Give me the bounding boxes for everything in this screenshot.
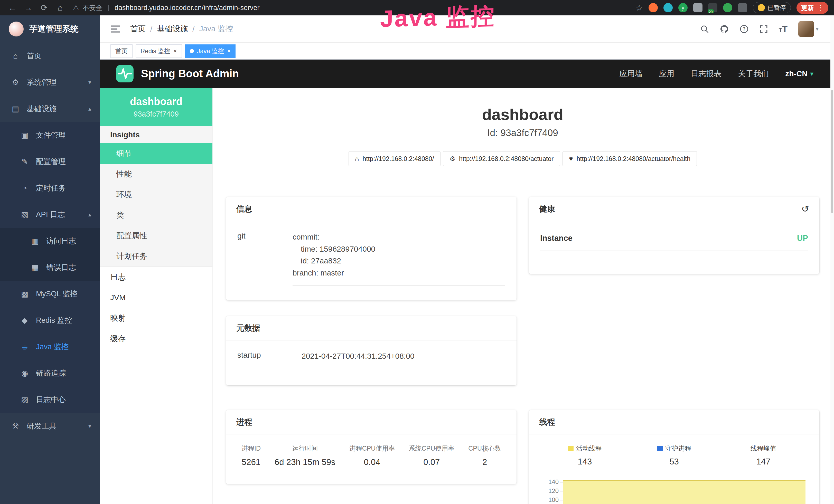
- scrollbar-track[interactable]: [830, 16, 834, 504]
- annotation-text: Java 监控: [380, 0, 496, 35]
- sidebar-item-log-center[interactable]: ▨ 日志中心: [0, 386, 100, 413]
- back-icon[interactable]: ←: [6, 3, 19, 13]
- nav-journal[interactable]: 日志报表: [691, 69, 722, 79]
- sidebar-item-label: 定时任务: [36, 183, 66, 193]
- paused-extension-badge[interactable]: 已暂停: [753, 2, 791, 13]
- menu-item-caches[interactable]: 缓存: [100, 328, 213, 349]
- tag-label: Java 监控: [197, 47, 224, 55]
- config-icon: ✎: [20, 157, 30, 166]
- gear-icon: ⚙: [10, 78, 21, 87]
- browser-home-icon[interactable]: ⌂: [53, 3, 67, 13]
- close-icon[interactable]: ×: [227, 47, 231, 55]
- health-card-title: 健康: [539, 204, 555, 214]
- java-icon: ☕: [20, 342, 30, 351]
- sidebar-item-access-log[interactable]: ▥ 访问日志: [0, 228, 100, 254]
- api-log-icon: ▧: [20, 210, 30, 219]
- access-log-icon: ▥: [30, 236, 40, 246]
- sidebar-item-system-manage[interactable]: ⚙ 系统管理 ▾: [0, 69, 100, 95]
- legend-live-threads: 活动线程 143: [540, 444, 630, 466]
- sba-main: dashboard Id: 93a3fc7f7409 ⌂ http://192.…: [213, 88, 834, 504]
- sidebar-item-cron-job[interactable]: ◔ 定时任务: [0, 175, 100, 201]
- sidebar-toggle-icon[interactable]: [111, 25, 120, 33]
- sidebar-item-error-log[interactable]: ▦ 错误日志: [0, 254, 100, 281]
- sidebar-item-file-manage[interactable]: ▣ 文件管理: [0, 122, 100, 148]
- browser-menu-icon[interactable]: ⋮: [817, 4, 824, 12]
- ext-leaf-icon[interactable]: [723, 3, 732, 12]
- service-url-button[interactable]: ⌂ http://192.168.0.2:48080/: [349, 151, 440, 166]
- link-label: http://192.168.0.2:48080/actuator: [459, 155, 553, 162]
- tags-bar: 首页 Redis 监控 × Java 监控 ×: [100, 43, 834, 60]
- ext-grid-icon[interactable]: [693, 3, 702, 12]
- git-id-line: id: 27aa832: [292, 255, 505, 267]
- link-label: http://192.168.0.2:48080/: [363, 155, 434, 162]
- bookmark-star-icon[interactable]: ☆: [635, 3, 643, 13]
- menu-item-config-props[interactable]: 配置属性: [100, 225, 213, 246]
- ext-drop-icon[interactable]: [663, 3, 673, 12]
- url-text[interactable]: dashboard.yudao.iocoder.cn/infra/admin-s…: [114, 4, 259, 12]
- nav-about[interactable]: 关于我们: [738, 69, 769, 79]
- menu-item-logs[interactable]: 日志: [100, 267, 213, 287]
- locale-select[interactable]: zh-CN ▾: [785, 69, 813, 78]
- y-tick: 140: [548, 478, 559, 485]
- sidebar-item-infrastructure[interactable]: ▤ 基础设施 ▴: [0, 95, 100, 122]
- reload-icon[interactable]: ⟳: [38, 3, 51, 13]
- scrollbar-thumb[interactable]: [831, 90, 833, 213]
- user-avatar[interactable]: ▾: [798, 21, 818, 37]
- sidebar-item-trace[interactable]: ◉ 链路追踪: [0, 360, 100, 386]
- github-icon[interactable]: [720, 24, 729, 33]
- sidebar-item-java-monitor[interactable]: ☕ Java 监控: [0, 334, 100, 360]
- sidebar-item-config-manage[interactable]: ✎ 配置管理: [0, 148, 100, 175]
- sidebar-item-api-log[interactable]: ▧ API 日志 ▴: [0, 201, 100, 228]
- menu-item-performance[interactable]: 性能: [100, 164, 213, 184]
- legend-daemon-threads: 守护进程 53: [630, 444, 719, 466]
- address-bar[interactable]: ⚠ 不安全 | dashboard.yudao.iocoder.cn/infra…: [73, 3, 633, 12]
- breadcrumb-home[interactable]: 首页: [130, 24, 146, 34]
- fullscreen-icon[interactable]: [759, 25, 768, 33]
- actuator-url-button[interactable]: ⚙ http://192.168.0.2:48080/actuator: [443, 151, 560, 166]
- help-icon[interactable]: ?: [740, 25, 748, 33]
- ext-on-badge-icon[interactable]: on: [708, 3, 717, 12]
- ext-orange-icon[interactable]: [649, 3, 658, 12]
- menu-item-environment[interactable]: 环境: [100, 184, 213, 205]
- instance-header[interactable]: dashboard 93a3fc7f7409: [100, 88, 213, 126]
- close-icon[interactable]: ×: [173, 47, 177, 55]
- breadcrumb-infra[interactable]: 基础设施: [157, 24, 188, 34]
- menu-item-scheduled-tasks[interactable]: 计划任务: [100, 246, 213, 267]
- nav-applications[interactable]: 应用: [659, 69, 674, 79]
- col-header: 系统CPU使用率: [409, 444, 454, 453]
- instance-id-line: Id: 93a3fc7f7409: [226, 128, 819, 138]
- tag-home[interactable]: 首页: [110, 44, 133, 58]
- browser-update-button[interactable]: 更新 ⋮: [796, 2, 828, 14]
- git-commit-line: commit:: [292, 231, 505, 243]
- security-label[interactable]: 不安全: [83, 3, 103, 12]
- sidebar-item-label: 错误日志: [46, 262, 76, 273]
- sba-header: Spring Boot Admin 应用墙 应用 日志报表 关于我们 zh-CN…: [100, 60, 834, 88]
- sidebar-item-dev-tools[interactable]: ⚒ 研发工具 ▾: [0, 413, 100, 439]
- sba-brand[interactable]: Spring Boot Admin: [115, 64, 239, 83]
- nav-wallboard[interactable]: 应用墙: [619, 69, 642, 79]
- ext-green-y-icon[interactable]: y: [678, 3, 687, 12]
- menu-item-mappings[interactable]: 映射: [100, 308, 213, 328]
- sidebar-item-mysql-monitor[interactable]: ▩ MySQL 监控: [0, 281, 100, 307]
- ext-puzzle-icon[interactable]: [738, 3, 747, 12]
- col-value: 5261: [241, 457, 261, 467]
- page-title: dashboard: [226, 105, 819, 123]
- menu-item-details[interactable]: 细节: [100, 143, 213, 164]
- heartbeat-icon: ♥: [569, 155, 573, 163]
- tag-redis-monitor[interactable]: Redis 监控 ×: [136, 44, 182, 58]
- menu-item-jvm[interactable]: JVM: [100, 287, 213, 308]
- history-icon[interactable]: ↺: [802, 204, 809, 214]
- y-tick: 100: [548, 496, 559, 503]
- font-size-icon[interactable]: TT: [779, 24, 788, 34]
- sidebar-item-redis-monitor[interactable]: ◆ Redis 监控: [0, 307, 100, 334]
- search-icon[interactable]: [700, 25, 709, 33]
- forward-icon[interactable]: →: [22, 3, 35, 13]
- tag-java-monitor[interactable]: Java 监控 ×: [185, 44, 236, 58]
- health-url-button[interactable]: ♥ http://192.168.0.2:48080/actuator/heal…: [563, 151, 697, 166]
- browser-extensions-area: ☆ y on 已暂停 更新 ⋮: [635, 2, 828, 14]
- col-value: 6d 23h 15m 59s: [275, 457, 335, 467]
- app-logo[interactable]: 芋道管理系统: [0, 16, 100, 43]
- sidebar-item-home[interactable]: ⌂ 首页: [0, 43, 100, 69]
- menu-item-classes[interactable]: 类: [100, 205, 213, 225]
- sba-logo-icon: [115, 64, 134, 83]
